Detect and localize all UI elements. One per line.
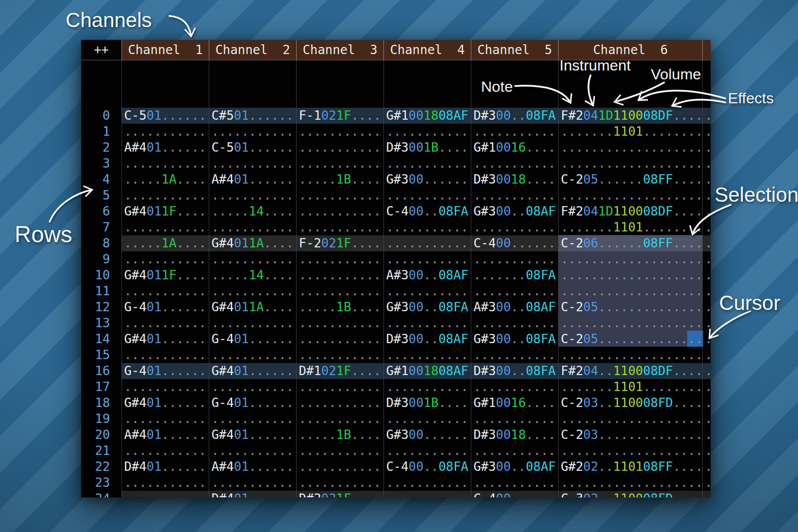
pattern-cell-r24-ch4[interactable]: ........... [383, 491, 471, 497]
pattern-cell-r15-ch6[interactable]: ................... [558, 347, 702, 363]
pattern-cell-r15-ch4[interactable]: ........... [383, 347, 471, 363]
pattern-cell-r8-ch2[interactable]: G#4011A.... [209, 235, 296, 251]
pattern-cell-r3-ch1[interactable]: ........... [121, 156, 209, 172]
pattern-cell-r14-ch2[interactable]: G-401...... [209, 331, 296, 347]
pattern-cell-r1-ch4[interactable]: ........... [383, 124, 471, 140]
pattern-cell-r4-ch1[interactable]: .....1A.... [121, 172, 209, 188]
pattern-cell-r10-ch6[interactable]: ................... [558, 267, 702, 283]
pattern-cell-r12-ch4[interactable]: G#300..08FA [383, 299, 471, 315]
pattern-cell-r9-ch2[interactable]: ........... [209, 251, 296, 267]
pattern-cell-r20-ch1[interactable]: A#401...... [121, 427, 209, 443]
pattern-cell-r13-ch6[interactable]: ................... [558, 315, 702, 331]
pattern-cell-r5-ch1[interactable]: ........... [121, 188, 209, 203]
pattern-cell-r22-ch5[interactable]: G#300..08AF [471, 459, 558, 475]
pattern-cell-r21-ch4[interactable]: ........... [383, 443, 471, 459]
pattern-cell-r6-ch4[interactable]: C-400..08FA [383, 203, 471, 219]
pattern-cell-r11-ch6[interactable]: ................... [558, 283, 702, 299]
pattern-cell-r19-ch3[interactable]: ........... [296, 411, 383, 427]
pattern-cell-r22-ch4[interactable]: C-400..08FA [383, 459, 471, 475]
pattern-cell-r12-ch3[interactable]: .....1B.... [296, 299, 383, 315]
pattern-cell-r9-ch4[interactable]: ........... [383, 251, 471, 267]
pattern-cell-r10-ch5[interactable]: .......08FA [471, 267, 558, 283]
pattern-cell-r5-ch3[interactable]: ........... [296, 188, 383, 203]
channel-header-3[interactable]: Channel 3 [296, 40, 383, 60]
pattern-cell-r17-ch2[interactable]: ........... [209, 379, 296, 395]
pattern-cell-r23-ch3[interactable]: ........... [296, 475, 383, 491]
pattern-cell-r1-ch5[interactable]: ........... [471, 124, 558, 140]
pattern-cell-r7-ch3[interactable]: ........... [296, 219, 383, 235]
pattern-cell-r18-ch1[interactable]: G#401...... [121, 395, 209, 411]
pattern-cell-r16-ch5[interactable]: D#300..08FA [471, 363, 558, 379]
pattern-cell-r1-ch1[interactable]: ........... [121, 124, 209, 140]
pattern-cell-r2-ch6[interactable]: ................... [558, 140, 702, 156]
pattern-cell-r4-ch5[interactable]: D#30018.... [471, 172, 558, 188]
pattern-cell-r2-ch2[interactable]: C-501...... [209, 140, 296, 156]
pattern-cell-r3-ch3[interactable]: ........... [296, 156, 383, 172]
pattern-cell-r22-ch1[interactable]: D#401...... [121, 459, 209, 475]
pattern-cell-r24-ch6[interactable]: C-302..110008FD.... [558, 491, 702, 497]
pattern-cell-r11-ch1[interactable]: ........... [121, 283, 209, 299]
pattern-cell-r18-ch2[interactable]: G-401...... [209, 395, 296, 411]
pattern-cell-r7-ch1[interactable]: ........... [121, 219, 209, 235]
pattern-cell-r22-ch6[interactable]: G#202..110108FF.... [558, 459, 702, 475]
pattern-cell-r16-ch4[interactable]: G#1001808AF [383, 363, 471, 379]
pattern-cell-r0-ch6[interactable]: F#2041D110008DF.... [558, 108, 702, 124]
pattern-cell-r3-ch5[interactable]: ........... [471, 156, 558, 172]
pattern-cell-r18-ch6[interactable]: C-203..110008FD.... [558, 395, 702, 411]
pattern-cell-r21-ch5[interactable]: ........... [471, 443, 558, 459]
pattern-cell-r3-ch2[interactable]: ........... [209, 156, 296, 172]
pattern-cell-r19-ch6[interactable]: ................... [558, 411, 702, 427]
pattern-cell-r8-ch1[interactable]: .....1A.... [121, 235, 209, 251]
pattern-cell-r6-ch6[interactable]: F#2041D110008DF.... [558, 203, 702, 219]
pattern-cell-r14-ch1[interactable]: G#401...... [121, 331, 209, 347]
pattern-cell-r6-ch3[interactable]: ........... [296, 203, 383, 219]
pattern-cell-r10-ch3[interactable]: ........... [296, 267, 383, 283]
pattern-cell-r4-ch4[interactable]: G#300...... [383, 172, 471, 188]
pattern-cell-r3-ch4[interactable]: ........... [383, 156, 471, 172]
pattern-cell-r17-ch4[interactable]: ........... [383, 379, 471, 395]
pattern-cell-r23-ch2[interactable]: ........... [209, 475, 296, 491]
pattern-cell-r7-ch2[interactable]: ........... [209, 219, 296, 235]
pattern-cell-r23-ch5[interactable]: ........... [471, 475, 558, 491]
channel-header-2[interactable]: Channel 2 [209, 40, 296, 60]
pattern-cell-r13-ch2[interactable]: ........... [209, 315, 296, 331]
pattern-cell-r2-ch4[interactable]: D#3001B.... [383, 140, 471, 156]
pattern-cell-r5-ch6[interactable]: ................... [558, 188, 702, 203]
pattern-cell-r19-ch2[interactable]: ........... [209, 411, 296, 427]
pattern-cell-r24-ch3[interactable]: D#2021F.... [296, 491, 383, 497]
pattern-cell-r19-ch4[interactable]: ........... [383, 411, 471, 427]
pattern-cell-r14-ch5[interactable]: G#300..08FA [471, 331, 558, 347]
pattern-cell-r10-ch4[interactable]: A#300..08AF [383, 267, 471, 283]
pattern-cell-r7-ch4[interactable]: ........... [383, 219, 471, 235]
pattern-cell-r20-ch6[interactable]: C-203.............. [558, 427, 702, 443]
pattern-cell-r8-ch3[interactable]: F-2021F.... [296, 235, 383, 251]
pattern-cell-r20-ch5[interactable]: D#30018.... [471, 427, 558, 443]
pattern-cell-r11-ch2[interactable]: ........... [209, 283, 296, 299]
pattern-cell-r5-ch4[interactable]: ........... [383, 188, 471, 203]
pattern-cell-r21-ch1[interactable]: ........... [121, 443, 209, 459]
pattern-cell-r2-ch3[interactable]: ........... [296, 140, 383, 156]
pattern-cell-r18-ch5[interactable]: G#10016.... [471, 395, 558, 411]
pattern-cell-r8-ch6[interactable]: C-206......08FF.... [558, 235, 702, 251]
pattern-cell-r8-ch5[interactable]: C-400...... [471, 235, 558, 251]
pattern-cell-r19-ch5[interactable]: ........... [471, 411, 558, 427]
pattern-cell-r13-ch1[interactable]: ........... [121, 315, 209, 331]
pattern-cell-r23-ch1[interactable]: ........... [121, 475, 209, 491]
pattern-cell-r0-ch4[interactable]: G#1001808AF [383, 108, 471, 124]
pattern-cell-r23-ch6[interactable]: ................... [558, 475, 702, 491]
pattern-cell-r22-ch3[interactable]: ........... [296, 459, 383, 475]
pattern-cell-r0-ch2[interactable]: C#501...... [209, 108, 296, 124]
pattern-cell-r11-ch5[interactable]: ........... [471, 283, 558, 299]
pattern-cell-r2-ch1[interactable]: A#401...... [121, 140, 209, 156]
channel-header-5[interactable]: Channel 5 [471, 40, 558, 60]
pattern-cell-r9-ch1[interactable]: ........... [121, 251, 209, 267]
pattern-cell-r5-ch5[interactable]: ........... [471, 188, 558, 203]
pattern-cell-r18-ch3[interactable]: ........... [296, 395, 383, 411]
pattern-cell-r9-ch5[interactable]: ........... [471, 251, 558, 267]
channel-header-6[interactable]: Channel 6 [558, 40, 702, 60]
channel-header-1[interactable]: Channel 1 [121, 40, 209, 60]
pattern-cell-r23-ch4[interactable]: ........... [383, 475, 471, 491]
pattern-cell-r14-ch6[interactable]: C-205.............. [558, 331, 702, 347]
pattern-cell-r14-ch3[interactable]: ........... [296, 331, 383, 347]
pattern-cell-r24-ch1[interactable]: ........... [121, 491, 209, 497]
